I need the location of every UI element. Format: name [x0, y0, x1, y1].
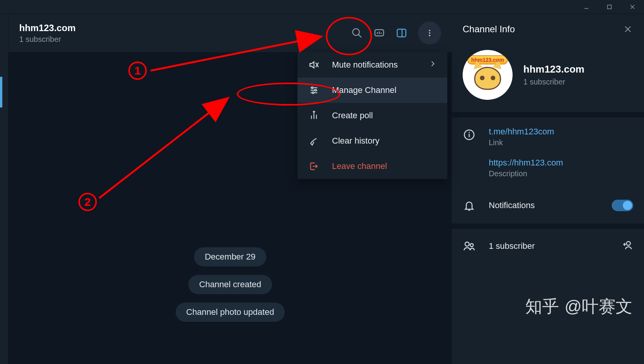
svg-point-20	[312, 87, 313, 88]
comments-icon	[373, 27, 385, 39]
channel-link-label: Link	[489, 138, 633, 147]
svg-point-4	[353, 29, 360, 36]
window-titlebar	[0, 0, 644, 14]
chat-list-rail	[0, 14, 8, 364]
section-divider	[452, 223, 644, 229]
svg-point-14	[429, 35, 430, 36]
svg-point-37	[627, 242, 631, 245]
broom-icon	[308, 135, 320, 147]
toggle-knob	[623, 201, 632, 210]
more-options-menu: Mute notifications Manage Channel Create…	[297, 52, 447, 179]
subscribers-row[interactable]: 1 subscriber	[452, 229, 644, 263]
chat-header-actions	[351, 22, 441, 45]
add-subscriber-button[interactable]	[622, 240, 633, 253]
search-button[interactable]	[351, 27, 363, 39]
channel-name: hhm123.com	[523, 63, 633, 75]
close-icon	[623, 25, 632, 34]
poll-icon	[308, 110, 320, 121]
channel-info-panel: Channel Info hhm123.com hhm123.com 1 sub…	[452, 14, 644, 364]
svg-rect-1	[607, 5, 611, 9]
info-panel-title: Channel Info	[463, 24, 617, 35]
menu-item-label: Mute notifications	[332, 60, 398, 70]
info-icon	[463, 128, 476, 141]
channel-description-label: Description	[489, 169, 633, 178]
leave-icon	[308, 160, 320, 172]
info-close-button[interactable]	[622, 24, 633, 35]
window-minimize-button[interactable]	[575, 0, 598, 14]
chat-header-title-block[interactable]: hhm123.com 1 subscriber	[19, 23, 344, 44]
svg-point-35	[465, 242, 469, 246]
svg-line-5	[359, 35, 362, 38]
close-icon	[630, 4, 635, 10]
app-body: hhm123.com 1 subscriber	[0, 14, 644, 364]
people-icon	[463, 240, 476, 253]
more-options-button[interactable]	[418, 22, 441, 45]
window-close-button[interactable]	[621, 0, 644, 14]
notifications-toggle[interactable]	[612, 200, 633, 211]
profile-text: hhm123.com 1 subscriber	[523, 63, 633, 86]
svg-point-33	[469, 132, 470, 133]
svg-point-21	[315, 89, 316, 91]
info-panel-header: Channel Info	[452, 14, 644, 42]
chat-area: hhm123.com 1 subscriber	[8, 14, 452, 364]
channel-description-link: https://hhm123.com	[489, 158, 633, 168]
notifications-row[interactable]: Notifications	[452, 187, 644, 223]
search-icon	[351, 27, 363, 39]
chat-title: hhm123.com	[19, 23, 344, 33]
svg-point-22	[312, 92, 314, 93]
channel-profile[interactable]: hhm123.com hhm123.com 1 subscriber	[452, 42, 644, 112]
side-panel-icon	[396, 27, 407, 39]
channel-sub: 1 subscriber	[523, 78, 633, 86]
chevron-right-icon	[429, 60, 437, 70]
menu-leave-channel[interactable]: Leave channel	[297, 154, 447, 179]
notifications-label: Notifications	[489, 200, 599, 210]
active-chat-indicator	[0, 77, 2, 108]
comments-button[interactable]	[373, 27, 385, 39]
menu-clear-history[interactable]: Clear history	[297, 128, 447, 154]
subscribers-count: 1 subscriber	[489, 241, 609, 251]
minimize-icon	[584, 4, 589, 10]
menu-manage-channel[interactable]: Manage Channel	[297, 78, 447, 103]
system-message: Channel created	[188, 275, 272, 294]
add-person-icon	[622, 240, 633, 251]
maximize-icon	[607, 4, 612, 10]
menu-item-label: Create poll	[332, 111, 373, 121]
more-vertical-icon	[425, 29, 434, 37]
date-chip: December 29	[194, 247, 266, 266]
mute-icon	[308, 59, 320, 71]
channel-link: t.me/hhm123com	[489, 127, 633, 137]
svg-point-13	[429, 32, 430, 34]
bell-icon	[463, 199, 476, 212]
channel-link-row[interactable]: t.me/hhm123com Link https://hhm123.com D…	[452, 117, 644, 187]
menu-item-label: Leave channel	[332, 161, 387, 171]
chat-header: hhm123.com 1 subscriber	[8, 14, 452, 52]
avatar-face-icon	[474, 67, 501, 90]
section-divider	[452, 112, 644, 117]
window-maximize-button[interactable]	[598, 0, 621, 14]
channel-avatar[interactable]: hhm123.com	[463, 50, 513, 100]
menu-item-label: Clear history	[332, 136, 379, 146]
svg-point-36	[470, 243, 473, 247]
chat-subtitle: 1 subscriber	[19, 35, 344, 44]
menu-item-label: Manage Channel	[332, 85, 397, 95]
menu-mute-notifications[interactable]: Mute notifications	[297, 52, 447, 78]
system-message: Channel photo updated	[176, 303, 285, 322]
svg-point-12	[429, 30, 430, 31]
side-panel-button[interactable]	[396, 27, 407, 39]
menu-create-poll[interactable]: Create poll	[297, 103, 447, 128]
manage-icon	[308, 84, 320, 96]
